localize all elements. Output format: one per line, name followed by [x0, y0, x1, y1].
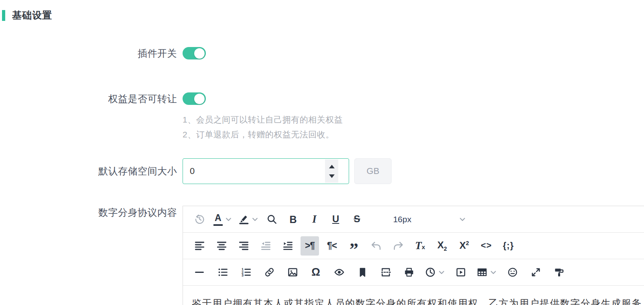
blockquote-icon: ”	[349, 242, 358, 250]
italic-icon: I	[312, 213, 317, 225]
ltr-icon: >¶	[305, 240, 315, 252]
transferable-control: 1、会员之间可以转让自己拥有的相关权益 2、订单退款后，转赠的权益无法回收。	[183, 92, 644, 142]
arrow-down-icon	[329, 174, 335, 178]
text-color-button[interactable]: A	[211, 210, 234, 229]
page-break-button[interactable]	[376, 263, 395, 282]
clear-format-icon: Tx	[415, 239, 425, 252]
align-center-button[interactable]	[212, 236, 231, 256]
chevron-down-icon	[459, 217, 465, 221]
image-icon	[287, 267, 298, 278]
bookmark-icon	[357, 267, 368, 278]
emoji-icon	[507, 267, 518, 278]
agreement-text: 鉴于用户拥有其本人或其指定人员的数字分身的所有权和使用权，乙方为用户提供数字分身…	[192, 296, 644, 305]
fullscreen-icon	[530, 267, 541, 278]
plugin-switch-knob	[194, 48, 205, 59]
transferable-toggle[interactable]	[183, 92, 206, 105]
font-size-button[interactable]: 16px	[389, 210, 469, 229]
ltr-button[interactable]: >¶	[301, 236, 319, 256]
agreement-control: ABIUS16px >¶¶<”TxX2X2<>{;} 123Ω 鉴于用户拥有其本…	[183, 206, 644, 305]
bookmark-button[interactable]	[353, 263, 372, 282]
print-icon	[404, 267, 414, 278]
bullet-list-icon	[217, 267, 228, 278]
inline-code-button[interactable]: <>	[477, 236, 496, 256]
indent-button[interactable]	[278, 236, 297, 256]
media-icon	[455, 267, 466, 278]
plugin-switch-label: 插件开关	[0, 47, 183, 60]
blockquote-button[interactable]: ”	[345, 236, 363, 256]
section-accent-bar	[2, 10, 5, 21]
horizontal-rule-button[interactable]	[190, 263, 209, 282]
print-button[interactable]	[400, 263, 418, 282]
preview-button[interactable]	[330, 263, 348, 282]
transferable-help: 1、会员之间可以转让自己拥有的相关权益 2、订单退款后，转赠的权益无法回收。	[183, 112, 644, 142]
undo-button[interactable]	[367, 236, 385, 256]
emoji-button[interactable]	[503, 263, 522, 282]
strikethrough-button[interactable]: S	[348, 210, 366, 229]
fullscreen-button[interactable]	[526, 263, 545, 282]
plugin-switch-toggle[interactable]	[183, 47, 206, 59]
text-color-icon: A	[213, 213, 223, 226]
rtl-button[interactable]: ¶<	[323, 236, 341, 256]
rich-text-editor: ABIUS16px >¶¶<”TxX2X2<>{;} 123Ω 鉴于用户拥有其本…	[183, 206, 644, 305]
storage-size-input-wrap	[183, 158, 349, 184]
clear-format-button[interactable]: Tx	[411, 236, 429, 256]
horizontal-rule-icon	[195, 272, 204, 273]
format-paint-button[interactable]	[550, 263, 568, 282]
editor-content-area[interactable]: 鉴于用户拥有其本人或其指定人员的数字分身的所有权和使用权，乙方为用户提供数字分身…	[183, 286, 644, 305]
editor-toolbar-row-1: ABIUS16px	[183, 206, 644, 233]
underline-button[interactable]: U	[327, 210, 345, 229]
subscript-button[interactable]: X2	[433, 236, 451, 256]
section-title: 基础设置	[12, 9, 52, 22]
datetime-icon	[425, 267, 436, 278]
bold-icon: B	[290, 213, 297, 225]
svg-text:3: 3	[242, 273, 244, 277]
arrow-up-icon	[329, 165, 335, 168]
help-line-1: 1、会员之间可以转让自己拥有的相关权益	[183, 112, 644, 127]
superscript-button[interactable]: X2	[455, 236, 473, 256]
section-header: 基础设置	[2, 9, 52, 22]
align-left-icon	[194, 240, 205, 251]
form-row-transferable: 权益是否可转让 1、会员之间可以转让自己拥有的相关权益 2、订单退款后，转赠的权…	[0, 92, 644, 142]
form-row-plugin-switch: 插件开关	[0, 47, 644, 60]
datetime-button[interactable]	[423, 263, 447, 282]
increase-button[interactable]	[328, 164, 335, 169]
subscript-icon: X2	[437, 239, 447, 252]
link-button[interactable]	[260, 263, 278, 282]
italic-button[interactable]: I	[305, 210, 324, 229]
form-row-storage-size: 默认存储空间大小 GB	[0, 158, 644, 184]
highlight-color-icon	[238, 214, 249, 225]
ordered-list-button[interactable]: 123	[237, 263, 255, 282]
code-block-button[interactable]: {;}	[499, 236, 518, 256]
storage-unit-addon: GB	[354, 158, 392, 184]
bold-button[interactable]: B	[284, 210, 303, 229]
rtl-icon: ¶<	[327, 240, 337, 252]
align-left-button[interactable]	[190, 236, 209, 256]
chevron-down-icon	[439, 270, 445, 274]
redo-icon	[393, 240, 404, 251]
decrease-button[interactable]	[328, 174, 335, 179]
table-icon	[477, 267, 488, 278]
outdent-icon	[260, 240, 271, 251]
storage-size-input[interactable]	[183, 159, 349, 184]
outdent-button[interactable]	[256, 236, 275, 256]
storage-size-label: 默认存储空间大小	[0, 158, 183, 184]
code-block-icon: {;}	[503, 240, 514, 251]
special-character-button[interactable]: Ω	[307, 263, 325, 282]
chevron-down-icon	[252, 217, 258, 221]
agreement-label: 数字分身协议内容	[0, 206, 183, 219]
chevron-down-icon	[490, 270, 496, 274]
superscript-icon: X2	[459, 240, 469, 252]
align-right-button[interactable]	[234, 236, 253, 256]
media-button[interactable]	[451, 263, 470, 282]
redo-button[interactable]	[389, 236, 407, 256]
highlight-color-button[interactable]	[236, 210, 260, 229]
align-right-icon	[238, 240, 249, 251]
image-button[interactable]	[283, 263, 302, 282]
search-button[interactable]	[263, 210, 281, 229]
format-paint-icon	[554, 267, 565, 278]
history-button[interactable]	[190, 210, 209, 229]
bullet-list-button[interactable]	[213, 263, 232, 282]
strikethrough-icon: S	[354, 213, 360, 225]
link-icon	[264, 267, 275, 278]
table-button[interactable]	[475, 263, 498, 282]
